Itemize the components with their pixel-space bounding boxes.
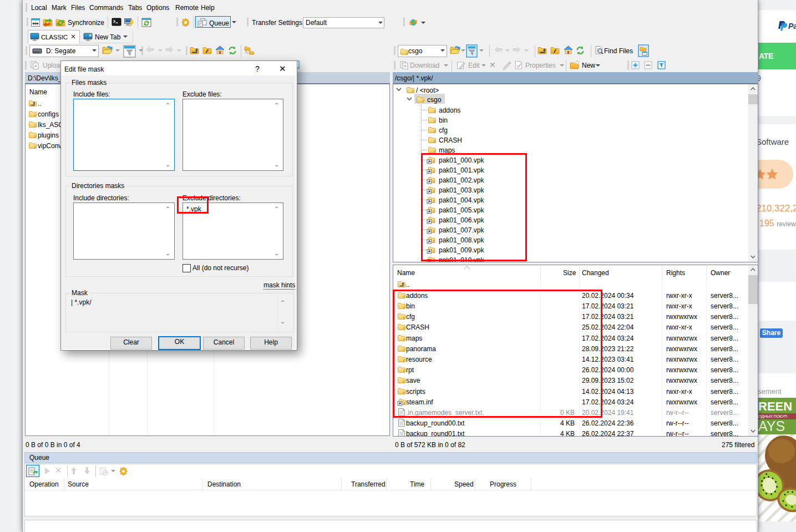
svg-text:Pa: Pa	[788, 22, 796, 31]
